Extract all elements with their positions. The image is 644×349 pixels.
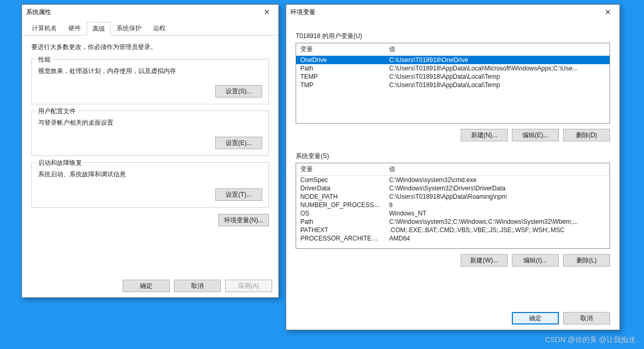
ok-button[interactable]: 确定 — [123, 280, 170, 292]
var-value: C:\Users\T018918\AppData\Local\Temp — [385, 81, 610, 89]
user-profiles-group: 用户配置文件 与登录帐户相关的桌面设置 设置(E)... — [31, 111, 269, 156]
var-value: C:\Users\T018918\AppData\Local\Microsoft… — [385, 64, 610, 73]
list-header: 变量 值 — [296, 43, 610, 56]
user-delete-button[interactable]: 删除(D) — [563, 129, 610, 141]
cancel-button[interactable]: 取消 — [174, 280, 221, 292]
col-variable[interactable]: 变量 — [296, 163, 385, 175]
col-value[interactable]: 值 — [385, 163, 610, 175]
user-edit-button[interactable]: 编辑(E)... — [512, 129, 559, 141]
tab-4[interactable]: 远程 — [147, 21, 171, 35]
tab-0[interactable]: 计算机名 — [26, 21, 63, 35]
sys-vars-label: 系统变量(S) — [296, 152, 610, 161]
var-value: C:\Windows\system32;C:\Windows;C:\Window… — [385, 218, 610, 226]
var-value: .COM;.EXE;.BAT;.CMD;.VBS;.VBE;.JS;.JSE;.… — [385, 226, 610, 234]
environment-variables-dialog: 环境变量 ✕ T018918 的用户变量(U) 变量 值 OneDriveC:\… — [286, 4, 620, 330]
sys-delete-button[interactable]: 删除(L) — [563, 254, 610, 267]
var-name: TMP — [296, 81, 385, 89]
dialog-title: 系统属性 — [22, 5, 278, 19]
var-value: Windows_NT — [385, 209, 610, 218]
env-vars-button[interactable]: 环境变量(N)... — [218, 214, 269, 226]
var-value: AMD64 — [385, 234, 610, 243]
sys-vars-list[interactable]: 变量 值 ComSpecC:\Windows\system32\cmd.exeD… — [296, 163, 610, 249]
list-item[interactable]: PathC:\Users\T018918\AppData\Local\Micro… — [296, 64, 610, 73]
group-label: 启动和故障恢复 — [36, 159, 84, 167]
var-value: C:\Windows\system32\cmd.exe — [385, 176, 610, 184]
var-name: PATHEXT — [296, 226, 385, 234]
group-desc: 与登录帐户相关的桌面设置 — [38, 118, 262, 127]
var-name: DriverData — [296, 184, 385, 192]
list-item[interactable]: NODE_PATHC:\Users\T018918\AppData\Roamin… — [296, 192, 610, 201]
list-item[interactable]: NUMBER_OF_PROCESSORS8 — [296, 201, 610, 209]
var-value: C:\Windows\System32\Drivers\DriverData — [385, 184, 610, 192]
list-item[interactable]: OneDriveC:\Users\T018918\OneDrive — [296, 56, 610, 64]
group-desc: 系统启动、系统故障和调试信息 — [38, 170, 262, 179]
var-name: OneDrive — [296, 56, 385, 64]
list-item[interactable]: PATHEXT.COM;.EXE;.BAT;.CMD;.VBS;.VBE;.JS… — [296, 226, 610, 234]
list-item[interactable]: DriverDataC:\Windows\System32\Drivers\Dr… — [296, 184, 610, 192]
list-item[interactable]: PathC:\Windows\system32;C:\Windows;C:\Wi… — [296, 218, 610, 226]
admin-note: 要进行大多数更改，你必须作为管理员登录。 — [31, 43, 269, 52]
dialog-footer: 确定 取消 应用(A) — [22, 274, 278, 297]
performance-settings-button[interactable]: 设置(S)... — [215, 85, 262, 98]
var-value: C:\Users\T018918\OneDrive — [385, 56, 610, 64]
list-item[interactable]: PROCESSOR_ARCHITECTUREAMD64 — [296, 234, 610, 243]
col-value[interactable]: 值 — [385, 43, 610, 55]
tab-3[interactable]: 系统保护 — [111, 21, 147, 35]
list-item[interactable]: TMPC:\Users\T018918\AppData\Local\Temp — [296, 81, 610, 89]
list-item[interactable]: ComSpecC:\Windows\system32\cmd.exe — [296, 176, 610, 184]
system-properties-dialog: 系统属性 ✕ 计算机名硬件高级系统保护远程 要进行大多数更改，你必须作为管理员登… — [21, 4, 279, 298]
group-label: 性能 — [36, 55, 53, 64]
var-name: Path — [296, 64, 385, 73]
list-item[interactable]: TEMPC:\Users\T018918\AppData\Local\Temp — [296, 73, 610, 81]
list-item[interactable]: OSWindows_NT — [296, 209, 610, 218]
list-header: 变量 值 — [296, 163, 610, 176]
group-label: 用户配置文件 — [36, 107, 78, 116]
var-value: 8 — [385, 201, 610, 209]
tabs: 计算机名硬件高级系统保护远程 — [22, 21, 278, 35]
user-new-button[interactable]: 新建(N)... — [461, 129, 508, 141]
apply-button[interactable]: 应用(A) — [225, 280, 272, 292]
tab-body: 要进行大多数更改，你必须作为管理员登录。 性能 视觉效果，处理器计划，内存使用，… — [22, 35, 278, 232]
var-name: NUMBER_OF_PROCESSORS — [296, 201, 385, 209]
group-desc: 视觉效果，处理器计划，内存使用，以及虚拟内存 — [38, 67, 262, 76]
close-icon[interactable]: ✕ — [598, 6, 618, 18]
profiles-settings-button[interactable]: 设置(E)... — [215, 137, 262, 149]
var-name: PROCESSOR_ARCHITECTURE — [296, 234, 385, 243]
var-value: C:\Users\T018918\AppData\Roaming\npm — [385, 192, 610, 201]
close-icon[interactable]: ✕ — [256, 6, 277, 18]
dialog-title: 环境变量 — [286, 5, 619, 19]
col-variable[interactable]: 变量 — [296, 43, 385, 55]
sys-new-button[interactable]: 新建(W)... — [461, 254, 508, 267]
cancel-button[interactable]: 取消 — [563, 312, 610, 324]
startup-recovery-group: 启动和故障恢复 系统启动、系统故障和调试信息 设置(T)... — [31, 162, 269, 208]
sys-edit-button[interactable]: 编辑(I)... — [512, 254, 559, 267]
user-vars-list[interactable]: 变量 值 OneDriveC:\Users\T018918\OneDrivePa… — [296, 43, 610, 124]
tab-1[interactable]: 硬件 — [63, 21, 87, 35]
var-name: TEMP — [296, 73, 385, 81]
var-name: Path — [296, 218, 385, 226]
credit-text: CSDN @你的美 @让我痴迷 — [545, 335, 636, 345]
var-name: ComSpec — [296, 176, 385, 184]
user-vars-label: T018918 的用户变量(U) — [296, 32, 610, 41]
tab-2[interactable]: 高级 — [87, 22, 111, 35]
var-name: NODE_PATH — [296, 192, 385, 201]
ok-button[interactable]: 确定 — [512, 312, 559, 324]
startup-settings-button[interactable]: 设置(T)... — [215, 188, 262, 201]
performance-group: 性能 视觉效果，处理器计划，内存使用，以及虚拟内存 设置(S)... — [31, 59, 269, 104]
var-name: OS — [296, 209, 385, 218]
var-value: C:\Users\T018918\AppData\Local\Temp — [385, 73, 610, 81]
